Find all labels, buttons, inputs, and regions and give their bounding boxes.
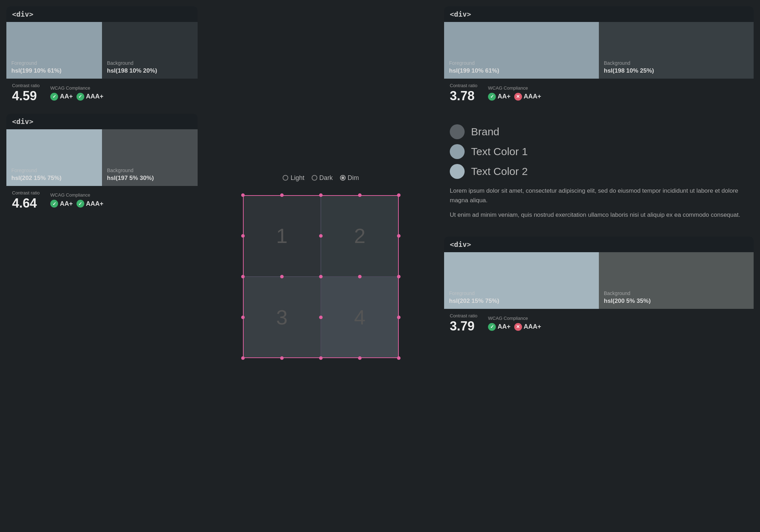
card-bottom-left: <div> Foreground hsl(202 15% 75%) Backgr… bbox=[6, 114, 198, 215]
theme-light-radio[interactable] bbox=[283, 175, 288, 181]
card-stats-bottom-right: Contrast ratio 3.79 WCAG Compliance ✓ AA… bbox=[444, 309, 754, 338]
grid-cell-1: 1 bbox=[243, 195, 321, 277]
badge-icon-aa-br: ✓ bbox=[488, 323, 496, 331]
fg-swatch-br: Foreground hsl(202 15% 75%) bbox=[444, 252, 599, 309]
dot-top-q3 bbox=[358, 193, 362, 197]
badge-aa-bl: ✓ AA+ bbox=[50, 200, 73, 208]
dot-right-q3 bbox=[397, 316, 401, 319]
bg-swatch-bl: Background hsl(197 5% 30%) bbox=[102, 129, 198, 186]
badge-aaa-tr: ✕ AAA+ bbox=[514, 93, 541, 101]
theme-dark-radio[interactable] bbox=[312, 175, 317, 181]
badge-aa-tr: ✓ AA+ bbox=[488, 93, 511, 101]
dot-center bbox=[319, 275, 323, 278]
cell-label-1: 1 bbox=[276, 224, 288, 248]
badge-aa-tl: ✓ AA+ bbox=[50, 93, 73, 101]
theme-light-option[interactable]: Light bbox=[283, 174, 304, 182]
bg-label-br: Background bbox=[604, 290, 749, 296]
wcag-badges-br: ✓ AA+ ✕ AAA+ bbox=[488, 323, 541, 331]
fg-value-bl: hsl(202 15% 75%) bbox=[11, 175, 97, 182]
wcag-badges-tr: ✓ AA+ ✕ AAA+ bbox=[488, 93, 541, 101]
center-area: Light Dark Dim 1 2 bbox=[204, 6, 438, 526]
bg-label-tr: Background bbox=[604, 60, 749, 66]
legend-brand: Brand bbox=[450, 124, 748, 139]
badge-label-aa-tr: AA+ bbox=[498, 93, 511, 100]
dot-bot-q1 bbox=[280, 356, 284, 360]
text2-dot bbox=[450, 164, 465, 179]
contrast-value-tl: 4.59 bbox=[12, 89, 40, 103]
wcag-label-tl: WCAG Compliance bbox=[50, 85, 103, 91]
body-text-p1: Lorem ipsum dolor sit amet, consectetur … bbox=[450, 186, 748, 205]
dot-right-center bbox=[397, 275, 401, 278]
theme-dim-radio[interactable] bbox=[340, 175, 346, 181]
card-bottom-right: <div> Foreground hsl(202 15% 75%) Backgr… bbox=[444, 237, 754, 338]
contrast-value-tr: 3.78 bbox=[450, 89, 477, 103]
card-stats-top-left: Contrast ratio 4.59 WCAG Compliance ✓ AA… bbox=[6, 79, 198, 107]
badge-aaa-bl: ✓ AAA+ bbox=[76, 200, 104, 208]
dot-left-q1 bbox=[241, 234, 245, 238]
dot-left-hcenter bbox=[280, 275, 284, 278]
wcag-label-br: WCAG Compliance bbox=[488, 316, 541, 321]
color-swatches-top-left: Foreground hsl(199 10% 61%) Background h… bbox=[6, 22, 198, 79]
dot-right-q1 bbox=[397, 234, 401, 238]
contrast-label-tl: Contrast ratio bbox=[12, 83, 40, 88]
color-swatches-bottom-left: Foreground hsl(202 15% 75%) Background h… bbox=[6, 129, 198, 186]
contrast-value-br: 3.79 bbox=[450, 319, 477, 333]
badge-label-aaa-br: AAA+ bbox=[524, 323, 541, 330]
contrast-block-br: Contrast ratio 3.79 bbox=[450, 313, 477, 333]
main-layout: <div> Foreground hsl(199 10% 61%) Backgr… bbox=[0, 0, 760, 532]
bg-swatch-top-left: Background hsl(198 10% 20%) bbox=[102, 22, 198, 79]
theme-selector: Light Dark Dim bbox=[283, 174, 359, 182]
fg-label-bl: Foreground bbox=[11, 168, 97, 173]
bg-swatch-tr: Background hsl(198 10% 25%) bbox=[599, 22, 754, 79]
badge-label-aa-tl: AA+ bbox=[60, 93, 73, 100]
wcag-block-bl: WCAG Compliance ✓ AA+ ✓ AAA+ bbox=[50, 192, 103, 208]
fg-swatch-bl: Foreground hsl(202 15% 75%) bbox=[6, 129, 102, 186]
card-top-right-tag: <div> bbox=[444, 6, 754, 22]
brand-dot bbox=[450, 124, 465, 139]
legend-text1: Text Color 1 bbox=[450, 144, 748, 159]
cell-label-4: 4 bbox=[354, 305, 365, 329]
badge-icon-aaa-br: ✕ bbox=[514, 323, 522, 331]
bg-value-tl: hsl(198 10% 20%) bbox=[107, 67, 193, 74]
dot-bottom-vcenter bbox=[319, 316, 323, 319]
contrast-label-tr: Contrast ratio bbox=[450, 83, 477, 88]
contrast-label-br: Contrast ratio bbox=[450, 313, 477, 318]
body-text: Lorem ipsum dolor sit amet, consectetur … bbox=[444, 182, 754, 227]
bg-label-bl: Background bbox=[107, 168, 193, 173]
fg-value-tr: hsl(199 10% 61%) bbox=[449, 67, 594, 74]
theme-dark-option[interactable]: Dark bbox=[312, 174, 333, 182]
color-swatches-bottom-right: Foreground hsl(202 15% 75%) Background h… bbox=[444, 252, 754, 309]
brand-label: Brand bbox=[471, 126, 499, 138]
left-cards-column: <div> Foreground hsl(199 10% 61%) Backgr… bbox=[6, 6, 198, 526]
bg-swatch-br: Background hsl(200 5% 35%) bbox=[599, 252, 754, 309]
body-text-p2: Ut enim ad minim veniam, quis nostrud ex… bbox=[450, 210, 748, 220]
wcag-block-tr: WCAG Compliance ✓ AA+ ✕ AAA+ bbox=[488, 85, 541, 101]
badge-label-aa-br: AA+ bbox=[498, 323, 511, 330]
dot-topright bbox=[397, 193, 401, 197]
wcag-block-tl: WCAG Compliance ✓ AA+ ✓ AAA+ bbox=[50, 85, 103, 101]
contrast-block-bl: Contrast ratio 4.64 bbox=[12, 190, 40, 210]
dot-bot-q3 bbox=[358, 356, 362, 360]
contrast-block-tl: Contrast ratio 4.59 bbox=[12, 83, 40, 103]
text2-label: Text Color 2 bbox=[471, 165, 528, 177]
dot-bottomleft bbox=[241, 356, 245, 360]
legend-text-area: Brand Text Color 1 Text Color 2 Lorem ip… bbox=[444, 114, 754, 231]
contrast-label-bl: Contrast ratio bbox=[12, 190, 40, 196]
right-container: <div> Foreground hsl(199 10% 61%) Backgr… bbox=[444, 6, 754, 526]
grid-cell-2: 2 bbox=[321, 195, 399, 277]
theme-dim-option[interactable]: Dim bbox=[340, 174, 359, 182]
theme-dark-label: Dark bbox=[319, 174, 333, 182]
card-stats-top-right: Contrast ratio 3.78 WCAG Compliance ✓ AA… bbox=[444, 79, 754, 107]
design-grid: 1 2 3 4 bbox=[243, 195, 399, 358]
card-top-left: <div> Foreground hsl(199 10% 61%) Backgr… bbox=[6, 6, 198, 107]
dot-right-hcenter bbox=[358, 275, 362, 278]
contrast-block-tr: Contrast ratio 3.78 bbox=[450, 83, 477, 103]
fg-value-tl: hsl(199 10% 61%) bbox=[11, 67, 97, 74]
bg-value-bl: hsl(197 5% 30%) bbox=[107, 175, 193, 182]
bg-value-tr: hsl(198 10% 25%) bbox=[604, 67, 749, 74]
card-top-right: <div> Foreground hsl(199 10% 61%) Backgr… bbox=[444, 6, 754, 107]
badge-label-aaa-tr: AAA+ bbox=[524, 93, 541, 100]
dot-left-q3 bbox=[241, 316, 245, 319]
contrast-value-bl: 4.64 bbox=[12, 196, 40, 210]
badge-icon-aa-tr: ✓ bbox=[488, 93, 496, 101]
